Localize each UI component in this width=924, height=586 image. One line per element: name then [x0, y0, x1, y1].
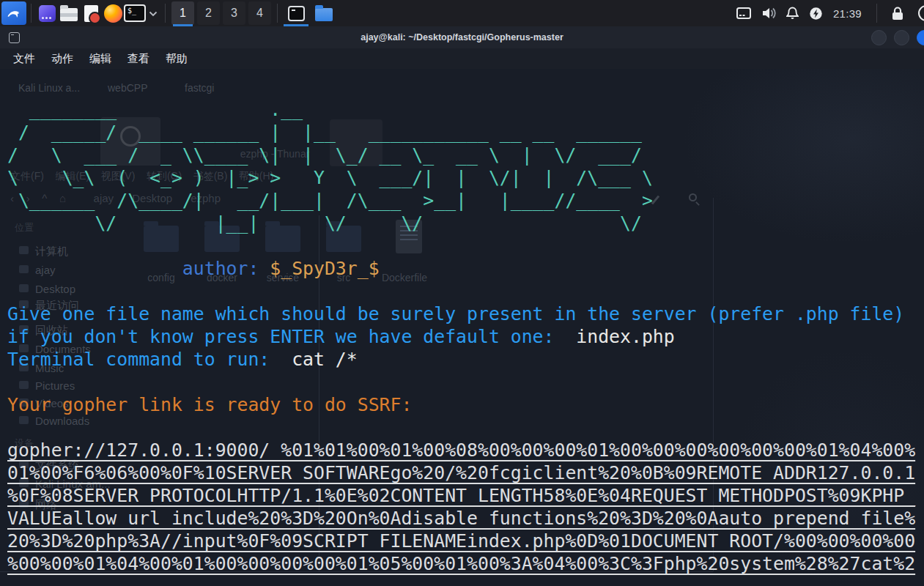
- terminal-launcher[interactable]: $_: [124, 1, 146, 25]
- terminal-titlebar[interactable]: ajay@kali: ~/Desktop/fastcgi/Gopherus-ma…: [0, 26, 924, 48]
- minimize-button[interactable]: [871, 30, 887, 45]
- workspace-1[interactable]: 1: [171, 1, 194, 25]
- window-app-launcher[interactable]: [36, 1, 58, 25]
- tray-display-icon[interactable]: [736, 7, 751, 19]
- file-manager-launcher[interactable]: [58, 1, 80, 25]
- top-panel: $_ 1 2 3 4 21:39: [0, 0, 924, 26]
- text-editor-launcher[interactable]: [80, 1, 102, 25]
- kali-menu-button[interactable]: [1, 1, 26, 25]
- prompt-default-label: if you don't know press ENTER we have de…: [7, 326, 576, 347]
- ascii-banner-line: / \ ___ / _ \\____ \| | \_/ __ \_ __ \ |…: [7, 144, 924, 166]
- chevron-down-icon: [149, 11, 158, 17]
- ready-line: Your gopher link is ready to do SSRF:: [7, 393, 924, 416]
- menu-actions[interactable]: 动作: [51, 52, 73, 66]
- gopher-link-line[interactable]: 01%00%F6%06%00%0F%10SERVER_SOFTWAREgo%20…: [7, 461, 924, 484]
- gopher-link-line[interactable]: %00%00%01%04%00%01%00%00%00%00%01%05%00%…: [7, 552, 924, 575]
- terminal-window-icon: [288, 6, 305, 21]
- window-app-icon: [39, 5, 56, 22]
- menu-help[interactable]: 帮助: [166, 52, 188, 66]
- tray-edge-icon[interactable]: [918, 5, 924, 21]
- text-editor-icon: [84, 5, 98, 22]
- prompt-default-line: if you don't know press ENTER we have de…: [7, 325, 924, 348]
- menu-edit[interactable]: 编辑: [89, 52, 111, 66]
- ascii-banner-line: \______ /\____/| __/|___| /\___ >__| |__…: [7, 189, 924, 212]
- ascii-banner-line: \ \_\ ( <_> ) |_> > Y \ ___/| | \/| | /\…: [7, 166, 924, 189]
- gopher-link-line[interactable]: 20%3D%20php%3A//input%0F%09SCRIPT_FILENA…: [7, 530, 924, 552]
- taskbar-terminal-window[interactable]: [284, 1, 308, 25]
- close-button[interactable]: [917, 30, 924, 45]
- menu-file[interactable]: 文件: [13, 52, 35, 66]
- maximize-button[interactable]: [894, 30, 909, 45]
- desktop-screen: $_ 1 2 3 4 21:39 ajay@kali: ~/Desktop/fa…: [0, 0, 924, 586]
- prompt-command-line: Terminal command to run: cat /*: [7, 348, 924, 371]
- lock-icon[interactable]: [892, 7, 903, 21]
- author-name: $_SpyD3r_$: [270, 258, 379, 279]
- panel-separator: [876, 4, 877, 23]
- ascii-banner-line: ________ .__: [7, 98, 924, 121]
- prompt-command-label: Terminal command to run:: [7, 349, 292, 370]
- terminal-output: ________ .__ / _____/ ____ ______ | |__ …: [0, 69, 924, 575]
- prompt-default-value: index.php: [576, 326, 674, 347]
- author-line: author: $_SpyD3r_$: [7, 257, 924, 280]
- panel-separator: [31, 4, 32, 23]
- blank-line: [7, 234, 924, 257]
- gopher-link-line[interactable]: gopher://127.0.0.1:9000/_%01%01%00%01%00…: [7, 439, 924, 461]
- system-tray: 21:39: [736, 4, 903, 23]
- firefox-icon: [104, 4, 122, 23]
- launcher-dropdown[interactable]: [149, 7, 158, 20]
- prompt-file-line: Give one file name which should be surel…: [7, 303, 924, 325]
- blank-line: [7, 416, 924, 439]
- gopher-link-line[interactable]: VALUEallow_url_include%20%3D%20On%0Adisa…: [7, 507, 924, 530]
- volume-icon[interactable]: [761, 7, 776, 20]
- kali-dragon-icon: [5, 4, 23, 22]
- clock[interactable]: 21:39: [833, 7, 862, 20]
- blank-line: [7, 280, 924, 303]
- thunar-folder-icon: [315, 8, 333, 21]
- panel-separator: [277, 4, 278, 23]
- firefox-launcher[interactable]: [102, 1, 124, 25]
- window-terminal-icon: [9, 32, 20, 43]
- window-title: ajay@kali: ~/Desktop/fastcgi/Gopherus-ma…: [0, 32, 924, 42]
- folder-icon: [60, 8, 78, 21]
- prompt-command-value: cat /*: [292, 349, 358, 370]
- workspace-3[interactable]: 3: [223, 1, 245, 25]
- taskbar-thunar-window[interactable]: [311, 1, 336, 25]
- blank-line: [7, 371, 924, 393]
- panel-separator: [165, 4, 166, 23]
- ascii-banner-line: / _____/ ____ ______ | |__ ___________ _…: [7, 121, 924, 144]
- workspace-4[interactable]: 4: [248, 1, 271, 25]
- author-label: author:: [7, 258, 270, 279]
- workspace-2[interactable]: 2: [197, 1, 220, 25]
- terminal-menubar: 文件 动作 编辑 查看 帮助: [0, 48, 924, 69]
- terminal-icon: $_: [124, 4, 146, 22]
- terminal-body[interactable]: Kali Linux a... webCPP fastcgi ezphp - T…: [0, 69, 924, 586]
- notifications-bell-icon[interactable]: [786, 7, 799, 20]
- power-manager-icon[interactable]: [809, 7, 823, 21]
- gopher-link-line[interactable]: %0F%08SERVER_PROTOCOLHTTP/1.1%0E%02CONTE…: [7, 484, 924, 507]
- menu-view[interactable]: 查看: [127, 52, 149, 66]
- ascii-banner-line: \/ |__| \/ \/ \/: [7, 212, 924, 234]
